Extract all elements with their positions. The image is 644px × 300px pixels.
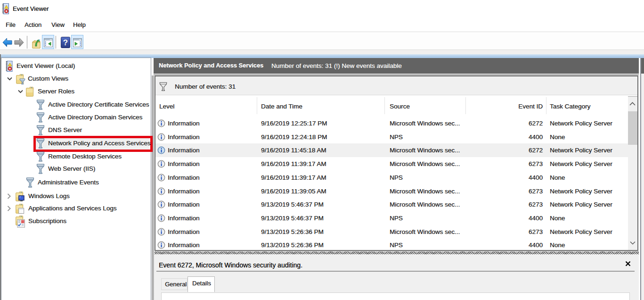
svg-text:?: ? [63, 38, 68, 47]
